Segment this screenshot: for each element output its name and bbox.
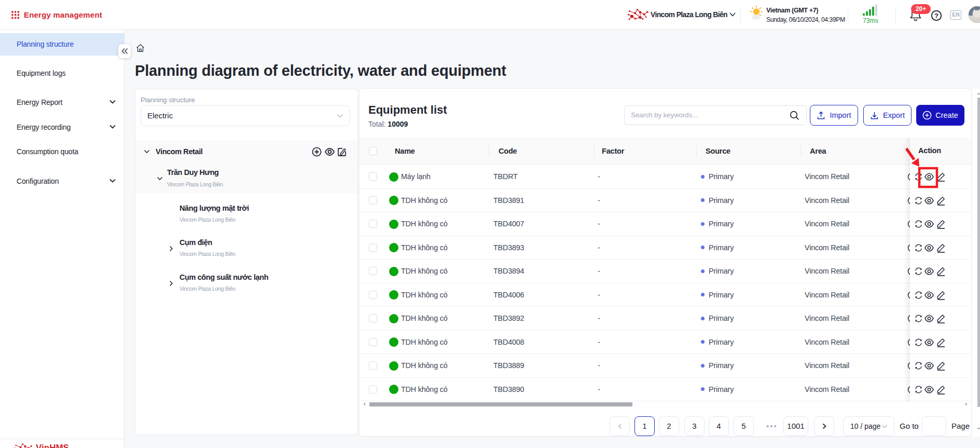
svg-text:?: ?: [934, 12, 938, 20]
